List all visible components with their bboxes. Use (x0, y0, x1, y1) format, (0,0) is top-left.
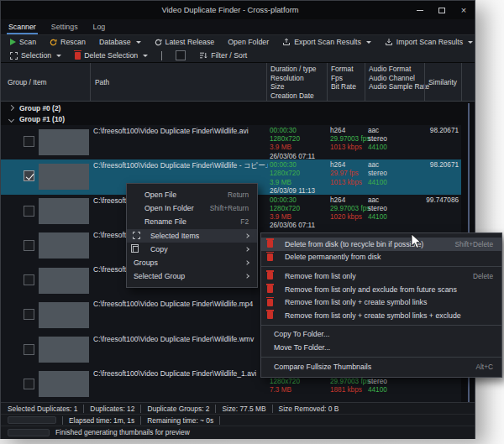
menu-item-label: Selected Items (150, 232, 199, 240)
menu-item[interactable]: Open In FolderShift+Return (127, 201, 257, 215)
tab-log[interactable]: Log (92, 20, 108, 34)
tab-settings[interactable]: Settings (50, 20, 80, 34)
menu-item-label: Copy (150, 245, 168, 253)
submenu-arrow-icon (244, 233, 249, 238)
context-menu: Open FileReturnOpen In FolderShift+Retur… (126, 183, 258, 288)
selection-icon (133, 232, 140, 239)
delete-selection-dropdown[interactable]: Delete Selection (75, 51, 148, 60)
menu-item-label: Move To Folder... (274, 343, 330, 352)
table-header: Group / Item Path Duration / type Resolu… (1, 63, 475, 102)
video-thumbnail (39, 337, 89, 363)
menu-item[interactable]: Open FileReturn (127, 188, 257, 201)
group-row[interactable]: Group #1 (10) (1, 114, 475, 126)
menu-separator (261, 357, 501, 358)
progress-bar (8, 416, 56, 424)
import-scan-results-dropdown[interactable]: Import Scan Results (385, 38, 473, 46)
row-format-cell: h26429.97003 fps1013 kbps (330, 127, 367, 153)
selection-dropdown[interactable]: Selection (10, 51, 61, 60)
row-checkbox[interactable] (24, 344, 34, 355)
tab-scanner[interactable]: Scanner (7, 20, 38, 34)
status-message: Finished generating thumbnails for previ… (55, 428, 190, 436)
menu-item[interactable]: Remove from list only and exclude from f… (261, 283, 501, 296)
row-checkbox[interactable] (24, 170, 34, 181)
row-checkbox[interactable] (24, 136, 34, 147)
video-thumbnail (39, 164, 89, 190)
menu-item[interactable]: Remove from list only + create symbol li… (261, 295, 501, 309)
menu-shortcut: Delete (461, 272, 493, 280)
filter-sort-checkbox[interactable] (176, 50, 186, 60)
menu-item[interactable]: Copy (127, 243, 257, 256)
latest-release-button[interactable]: Latest Release (155, 38, 215, 46)
status-elapsed: Elapsed time: 1m, 1s (69, 416, 134, 425)
context-submenu: Delete from disk (to recycle bin if poss… (260, 232, 502, 378)
trash-icon (267, 240, 273, 248)
row-checkbox[interactable] (24, 240, 34, 251)
submenu-arrow-icon (244, 274, 249, 279)
menu-item-label: Open In Folder (144, 204, 194, 212)
open-folder-button[interactable]: Open Folder (228, 38, 269, 46)
similarity-value: 98.20671 (423, 161, 459, 170)
maximize-button[interactable] (431, 1, 453, 19)
status-message-row: Finished generating thumbnails for previ… (1, 426, 475, 438)
menu-item[interactable]: Remove from list onlyDelete (261, 269, 501, 283)
menu-item-label: Remove from list only and exclude from f… (285, 285, 457, 294)
chevron-down-icon (143, 55, 148, 57)
menu-item[interactable]: Move To Folder... (261, 341, 501, 354)
header-similarity: Similarity (428, 77, 457, 86)
sort-icon (199, 51, 207, 60)
chevron-right-icon (8, 105, 14, 111)
close-icon: × (461, 6, 466, 15)
status-duplicate-groups: Duplicate Groups: 2 (147, 405, 209, 413)
menu-item[interactable]: Selected Group (127, 269, 257, 283)
status-size-removed: Size Removed: 0 B (279, 405, 339, 413)
progress-bar (8, 429, 50, 436)
header-group-item: Group / Item (8, 77, 47, 86)
menu-item[interactable]: Delete from disk (to recycle bin if poss… (261, 238, 501, 251)
row-checkbox[interactable] (24, 274, 34, 285)
row-checkbox[interactable] (24, 309, 34, 320)
group-row[interactable]: Group #0 (2) (1, 102, 475, 114)
table-row[interactable]: C:\freesoft100\Video Duplicate Finder\Wi… (1, 125, 461, 159)
filter-sort-button[interactable]: Filter / Sort (199, 51, 247, 60)
row-checkbox[interactable] (24, 379, 34, 389)
menu-item[interactable]: Delete permanently from disk (261, 251, 501, 264)
close-button[interactable]: × (453, 1, 475, 19)
trash-icon (267, 253, 273, 261)
scan-button[interactable]: Scan (10, 38, 36, 46)
main-toolbar: Scan Rescan Database Latest Release Open… (1, 34, 475, 49)
trash-icon (267, 299, 273, 306)
menu-separator (261, 266, 501, 267)
database-dropdown[interactable]: Database (99, 38, 141, 46)
menu-item[interactable]: Groups (127, 256, 257, 269)
group-label: Group #1 (10) (19, 115, 65, 123)
minimize-button[interactable] (409, 1, 431, 19)
menu-item[interactable]: Rename FileF2 (127, 215, 257, 228)
status-counts-row: Selected Duplicates: 1 Duplicates: 12 Du… (1, 403, 475, 415)
file-path: C:\freesoft100\Video Duplicate Finder\Wi… (93, 161, 268, 171)
submenu-arrow-icon (244, 247, 249, 252)
tab-bar: Scanner Settings Log (1, 19, 475, 34)
menu-item[interactable]: Compare Fullsize ThumbnailsAlt+C (261, 360, 501, 373)
chevron-down-icon (136, 41, 141, 44)
rescan-button[interactable]: Rescan (50, 38, 86, 46)
header-duration: Duration / type Resolution Size Creation… (270, 65, 316, 100)
video-thumbnail (39, 198, 89, 224)
menu-separator (261, 325, 501, 326)
status-remaining: Remaining time: ~ 0s (147, 416, 213, 425)
menu-shortcut: Alt+C (464, 363, 493, 371)
export-scan-results-dropdown[interactable]: Export Scan Results (282, 38, 371, 46)
menu-item[interactable]: Selected Items (127, 229, 257, 243)
chevron-down-icon (366, 41, 371, 44)
play-icon (10, 39, 16, 45)
row-checkbox[interactable] (24, 206, 34, 217)
chevron-down-icon (8, 117, 14, 123)
similarity-value: 98.20671 (423, 127, 459, 135)
trash-icon (267, 311, 273, 319)
menu-item-label: Remove from list only + create symbol li… (285, 298, 427, 306)
selection-icon (10, 52, 18, 60)
menu-item[interactable]: Copy To Folder... (261, 328, 501, 342)
menu-shortcut: F2 (228, 217, 249, 226)
window-title: Video Duplicate Finder - Cross-platform (1, 6, 409, 14)
menu-item-label: Open File (144, 191, 176, 199)
menu-item[interactable]: Remove from list only + create symbol li… (261, 309, 501, 322)
